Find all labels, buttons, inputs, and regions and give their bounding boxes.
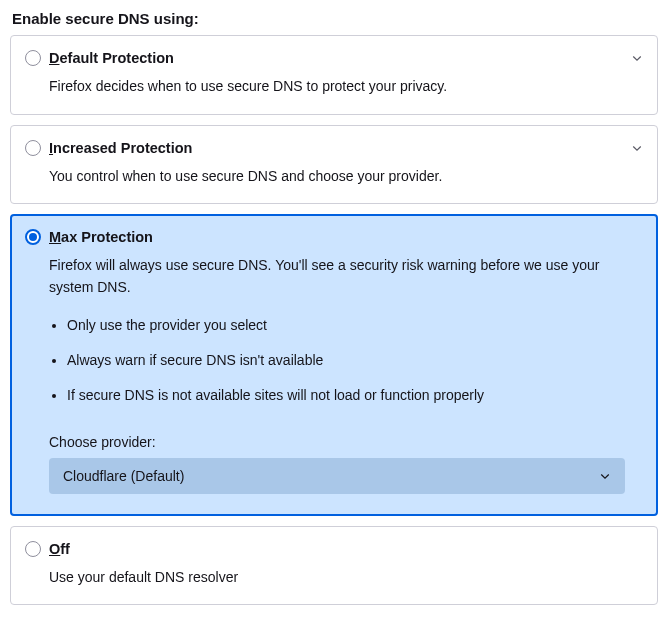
option-desc: Firefox decides when to use secure DNS t…	[49, 76, 643, 98]
option-title: Max Protection	[49, 229, 153, 245]
option-desc: Firefox will always use secure DNS. You'…	[49, 255, 643, 298]
chevron-down-icon	[599, 470, 611, 482]
option-max-protection[interactable]: Max Protection Firefox will always use s…	[10, 214, 658, 515]
bullet-item: Always warn if secure DNS isn't availabl…	[67, 350, 643, 371]
radio-increased[interactable]	[25, 140, 41, 156]
option-off[interactable]: Off Use your default DNS resolver	[10, 526, 658, 606]
option-desc: You control when to use secure DNS and c…	[49, 166, 643, 188]
option-header[interactable]: Default Protection	[25, 50, 643, 66]
option-increased-protection[interactable]: Increased Protection You control when to…	[10, 125, 658, 205]
radio-default[interactable]	[25, 50, 41, 66]
radio-max[interactable]	[25, 229, 41, 245]
provider-label: Choose provider:	[49, 434, 643, 450]
option-desc: Use your default DNS resolver	[49, 567, 643, 589]
chevron-down-icon[interactable]	[631, 52, 643, 64]
option-title: Increased Protection	[49, 140, 192, 156]
option-bullets: Only use the provider you select Always …	[49, 315, 643, 406]
option-header[interactable]: Max Protection	[25, 229, 643, 245]
option-default-protection[interactable]: Default Protection Firefox decides when …	[10, 35, 658, 115]
bullet-item: Only use the provider you select	[67, 315, 643, 336]
provider-selected-value: Cloudflare (Default)	[63, 468, 184, 484]
bullet-item: If secure DNS is not available sites wil…	[67, 385, 643, 406]
option-header[interactable]: Off	[25, 541, 643, 557]
option-title: Off	[49, 541, 70, 557]
option-title: Default Protection	[49, 50, 174, 66]
option-header[interactable]: Increased Protection	[25, 140, 643, 156]
chevron-down-icon[interactable]	[631, 142, 643, 154]
provider-select[interactable]: Cloudflare (Default)	[49, 458, 625, 494]
section-heading: Enable secure DNS using:	[12, 10, 658, 27]
radio-off[interactable]	[25, 541, 41, 557]
provider-section: Choose provider: Cloudflare (Default)	[49, 434, 643, 494]
